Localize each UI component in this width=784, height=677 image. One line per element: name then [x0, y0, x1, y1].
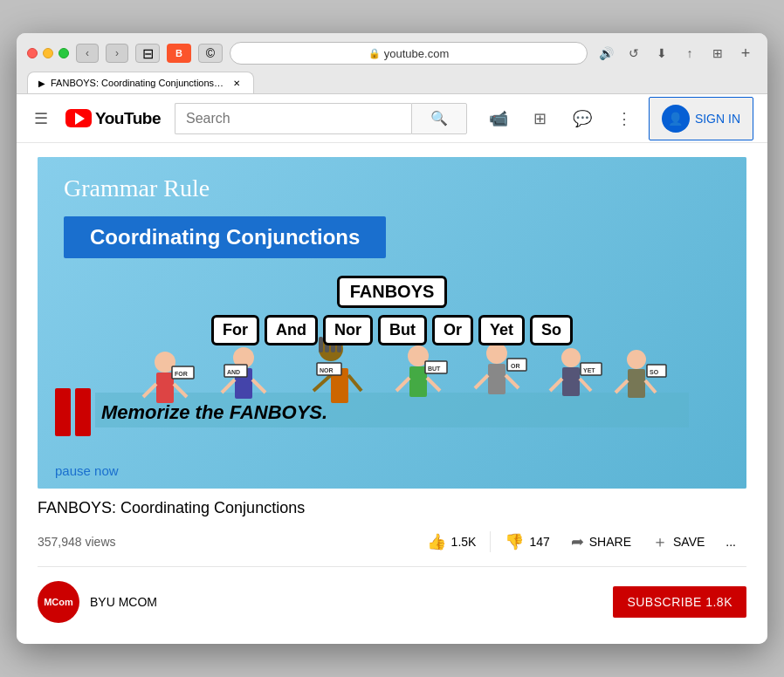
fanboys-section: FANBOYS For And Nor But Or Yet So [64, 276, 720, 345]
fanboys-but: But [378, 315, 427, 345]
share-browser-icon[interactable]: ↑ [678, 44, 701, 63]
tabs-row: ▶ FANBOYS: Coordinating Conjunctions - Y… [27, 72, 757, 93]
video-thumbnail[interactable]: Grammar Rule Coordinating Conjunctions F… [38, 157, 746, 489]
fanboys-and: And [265, 315, 318, 345]
dislike-button[interactable]: 👎 147 [494, 525, 560, 558]
address-bar[interactable]: 🔒 youtube.com [230, 42, 588, 65]
subscribe-button[interactable]: SUBSCRIBE 1.8K [613, 586, 746, 618]
sign-in-button[interactable]: 👤 SIGN IN [649, 97, 753, 140]
video-content: Grammar Rule Coordinating Conjunctions F… [38, 157, 746, 489]
more-icon[interactable]: ⋮ [607, 101, 642, 136]
tab-title: FANBOYS: Coordinating Conjunctions - You… [51, 78, 225, 88]
share-button[interactable]: ➦ SHARE [560, 525, 642, 558]
thumb-up-icon: 👍 [427, 532, 446, 551]
lock-icon: 🔒 [368, 48, 381, 59]
like-divider [490, 531, 491, 552]
more-icon: ... [726, 535, 736, 549]
extension-icon[interactable]: © [198, 44, 223, 63]
save-icon: ＋ [652, 531, 668, 552]
minimize-button[interactable] [43, 48, 53, 58]
yt-logo-text: YouTube [95, 109, 161, 128]
tab-favicon: ▶ [38, 79, 45, 88]
sign-in-avatar: 👤 [662, 105, 690, 133]
dislike-count: 147 [529, 535, 549, 549]
video-info: FANBOYS: Coordinating Conjunctions 357,9… [38, 489, 746, 630]
grammar-rule-text: Grammar Rule [64, 174, 720, 202]
like-button[interactable]: 👍 1.5K [416, 525, 487, 558]
menu-icon[interactable]: ☰ [31, 106, 52, 132]
youtube-header: ☰ YouTube 🔍 📹 ⊞ 💬 ⋮ 👤 SIGN IN [17, 94, 767, 143]
share-label: SHARE [589, 535, 631, 549]
active-tab[interactable]: ▶ FANBOYS: Coordinating Conjunctions - Y… [27, 72, 254, 93]
video-stats-row: 357,948 views 👍 1.5K 👎 147 ➦ [38, 524, 746, 559]
messenger-icon[interactable]: 💬 [565, 101, 600, 136]
fanboys-yet: Yet [478, 315, 525, 345]
save-label: SAVE [673, 535, 705, 549]
title-bar: ‹ › ⊟ B © 🔒 youtube.com 🔊 ↺ ⬇ ↑ ⊞ + [17, 33, 767, 94]
share-icon: ➦ [571, 532, 584, 551]
channel-avatar-text: MCom [44, 597, 73, 607]
close-button[interactable] [27, 48, 38, 58]
like-count: 1.5K [451, 535, 477, 549]
browser-right-icons: 🔊 ↺ ⬇ ↑ ⊞ + [595, 42, 757, 65]
youtube-logo[interactable]: YouTube [65, 109, 161, 128]
more-actions-button[interactable]: ... [715, 528, 746, 556]
forward-button[interactable]: › [106, 44, 128, 63]
header-right: 📹 ⊞ 💬 ⋮ 👤 SIGN IN [481, 97, 753, 140]
search-button[interactable]: 🔍 [411, 103, 467, 134]
video-actions: 👍 1.5K 👎 147 ➦ SHARE ＋ [416, 524, 746, 559]
separator [38, 566, 746, 567]
reload-icon[interactable]: ↺ [622, 44, 645, 63]
apps-icon[interactable]: ⊞ [523, 101, 558, 136]
play-triangle [75, 113, 85, 125]
tab-close-button[interactable]: ✕ [230, 77, 243, 89]
fanboys-words: For And Nor But Or Yet So [64, 315, 720, 345]
address-bar-row: 🔒 youtube.com [230, 42, 588, 65]
channel-row: MCom BYU MCOM SUBSCRIBE 1.8K [38, 574, 746, 623]
new-tab-button[interactable]: + [734, 42, 757, 65]
coordinating-title: Coordinating Conjunctions [64, 216, 386, 258]
fanboys-nor: Nor [323, 315, 373, 345]
channel-name: BYU MCOM [90, 595, 157, 609]
download-icon[interactable]: ⬇ [650, 44, 673, 63]
search-input[interactable] [175, 103, 411, 134]
video-views: 357,948 views [38, 535, 416, 549]
traffic-lights [27, 48, 69, 58]
video-container: Grammar Rule Coordinating Conjunctions F… [17, 143, 767, 644]
video-title: FANBOYS: Coordinating Conjunctions [38, 499, 746, 517]
thumb-down-icon: 👎 [505, 532, 524, 551]
speaker-icon[interactable]: 🔊 [595, 44, 617, 63]
address-text: youtube.com [384, 47, 449, 60]
brave-icon[interactable]: B [167, 44, 191, 63]
back-button[interactable]: ‹ [76, 44, 99, 63]
save-button[interactable]: ＋ SAVE [642, 524, 715, 559]
browser-window: ‹ › ⊟ B © 🔒 youtube.com 🔊 ↺ ⬇ ↑ ⊞ + [17, 33, 767, 644]
sidebar-icon[interactable]: ⊞ [706, 44, 729, 63]
channel-avatar: MCom [38, 581, 79, 623]
fanboys-title: FANBOYS [337, 276, 448, 308]
sidebar-toggle[interactable]: ⊟ [135, 44, 160, 63]
fanboys-or: Or [432, 315, 473, 345]
fanboys-for: For [211, 315, 259, 345]
sign-in-label: SIGN IN [695, 112, 740, 126]
search-container: 🔍 [175, 103, 467, 134]
page-content: ☰ YouTube 🔍 📹 ⊞ 💬 ⋮ 👤 SIGN IN [17, 94, 767, 644]
create-icon[interactable]: 📹 [481, 101, 516, 136]
fanboys-so: So [530, 315, 573, 345]
maximize-button[interactable] [58, 48, 69, 58]
yt-logo-icon [65, 109, 92, 127]
